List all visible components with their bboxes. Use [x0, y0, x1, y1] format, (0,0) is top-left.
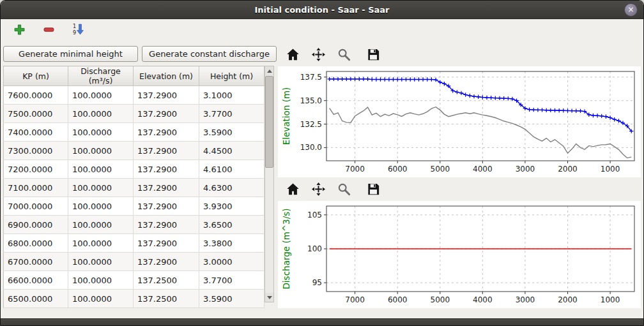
discharge-chart[interactable]: 700060005000400030002000100010510095Disc… — [278, 201, 641, 308]
table-cell[interactable]: 3.3800 — [199, 234, 264, 253]
table-cell[interactable]: 100.0000 — [68, 234, 134, 253]
remove-row-button[interactable] — [39, 21, 58, 40]
generate-constant-discharge-button[interactable]: Generate constant discharge — [142, 46, 277, 62]
close-icon: × — [627, 5, 634, 14]
table-row[interactable]: 6500.0000100.0000137.25003.5900 — [4, 290, 264, 308]
table-cell[interactable]: 7500.0000 — [4, 105, 68, 123]
svg-text:100: 100 — [307, 244, 322, 253]
table-row[interactable]: 7600.0000100.0000137.29003.1000 — [4, 86, 264, 105]
title-bar[interactable]: Initial condition - Saar - Saar × — [1, 1, 643, 19]
table-cell[interactable]: 3.1000 — [199, 86, 264, 105]
table-row[interactable]: 6900.0000100.0000137.29003.6500 — [4, 216, 264, 234]
table-cell[interactable]: 7000.0000 — [4, 197, 68, 216]
table-cell[interactable]: 7400.0000 — [4, 123, 68, 142]
table-cell[interactable]: 3.6500 — [199, 216, 264, 234]
table-cell[interactable]: 100.0000 — [68, 142, 134, 160]
table-cell[interactable]: 3.5900 — [199, 290, 264, 308]
table-cell[interactable]: 137.2900 — [134, 216, 199, 234]
table-cell[interactable]: 137.2900 — [134, 179, 199, 197]
zoom-button[interactable] — [335, 182, 352, 198]
close-button[interactable]: × — [624, 3, 638, 17]
table-row[interactable]: 7500.0000100.0000137.29003.7700 — [4, 105, 264, 123]
table-cell[interactable]: 6500.0000 — [4, 290, 68, 308]
table-row[interactable]: 6700.0000100.0000137.29003.0000 — [4, 253, 264, 271]
scrollbar-thumb[interactable] — [265, 76, 273, 168]
table-row[interactable]: 7300.0000100.0000137.29004.4500 — [4, 142, 264, 160]
table-cell[interactable]: 3.5900 — [199, 123, 264, 142]
table-cell[interactable]: 100.0000 — [68, 216, 134, 234]
home-button[interactable] — [284, 47, 301, 64]
svg-text:135.0: 135.0 — [300, 96, 322, 105]
table-cell[interactable]: 4.6100 — [199, 160, 264, 179]
table-cell[interactable]: 100.0000 — [68, 123, 134, 142]
table-cell[interactable]: 137.2900 — [134, 253, 199, 271]
window: Initial condition - Saar - Saar × 1 9 — [0, 0, 644, 326]
table-cell[interactable]: 6800.0000 — [4, 234, 68, 253]
table-cell[interactable]: 137.2900 — [134, 160, 199, 179]
table-row[interactable]: 7200.0000100.0000137.29004.6100 — [4, 160, 264, 179]
add-row-button[interactable] — [10, 21, 29, 40]
arrow-down-icon — [267, 296, 272, 299]
table-row[interactable]: 6600.0000100.0000137.25003.7700 — [4, 271, 264, 290]
column-header[interactable]: KP (m) — [4, 66, 68, 86]
scroll-up-button[interactable] — [265, 66, 273, 75]
save-button[interactable] — [365, 47, 381, 64]
table-row[interactable]: 7100.0000100.0000137.29004.6300 — [4, 179, 264, 197]
save-button[interactable] — [365, 182, 381, 198]
table-cell[interactable]: 100.0000 — [68, 271, 134, 290]
table-cell[interactable]: 7600.0000 — [4, 86, 68, 105]
table-cell[interactable]: 100.0000 — [68, 253, 134, 271]
table-cell[interactable]: 7300.0000 — [4, 142, 68, 160]
table-cell[interactable]: 137.2900 — [134, 86, 199, 105]
svg-text:7000: 7000 — [345, 165, 365, 174]
table-cell[interactable]: 7200.0000 — [4, 160, 68, 179]
table-cell[interactable]: 6600.0000 — [4, 271, 68, 290]
table-cell[interactable]: 137.2900 — [134, 197, 199, 216]
table-row[interactable]: 7000.0000100.0000137.29003.9300 — [4, 197, 264, 216]
column-header[interactable]: Discharge (m³/s) — [68, 66, 134, 86]
table-cell[interactable]: 3.7700 — [199, 105, 264, 123]
column-header[interactable]: Elevation (m) — [134, 66, 199, 86]
svg-text:132.5: 132.5 — [300, 120, 322, 129]
svg-text:1: 1 — [73, 24, 76, 29]
home-button[interactable] — [284, 182, 301, 198]
table-cell[interactable]: 100.0000 — [68, 105, 134, 123]
table-cell[interactable]: 6700.0000 — [4, 253, 68, 271]
column-header[interactable]: Height (m) — [199, 66, 264, 86]
table-scrollbar[interactable] — [264, 66, 274, 302]
generate-minimal-height-button[interactable]: Generate minimal height — [3, 46, 138, 62]
svg-text:6000: 6000 — [388, 165, 408, 174]
pan-button[interactable] — [310, 47, 326, 64]
svg-text:9: 9 — [73, 30, 76, 36]
initial-condition-table-wrap: KP (m)Discharge (m³/s)Elevation (m)Heigh… — [3, 66, 277, 308]
table-cell[interactable]: 137.2900 — [134, 234, 199, 253]
table-cell[interactable]: 137.2900 — [134, 142, 199, 160]
table-cell[interactable]: 137.2500 — [134, 290, 199, 308]
table-cell[interactable]: 7100.0000 — [4, 179, 68, 197]
table-row[interactable]: 6800.0000100.0000137.29003.3800 — [4, 234, 264, 253]
table-cell[interactable]: 137.2500 — [134, 271, 199, 290]
table-cell[interactable]: 100.0000 — [68, 160, 134, 179]
table-cell[interactable]: 3.0000 — [199, 253, 264, 271]
table-cell[interactable]: 4.6300 — [199, 179, 264, 197]
pan-button[interactable] — [310, 182, 326, 198]
generate-buttons-row: Generate minimal height Generate constan… — [3, 46, 277, 62]
zoom-button[interactable] — [335, 47, 352, 64]
table-cell[interactable]: 137.2900 — [134, 105, 199, 123]
window-title: Initial condition - Saar - Saar — [254, 5, 389, 15]
home-icon — [286, 182, 300, 199]
table-body: 7600.0000100.0000137.29003.10007500.0000… — [4, 86, 264, 308]
table-cell[interactable]: 6900.0000 — [4, 216, 68, 234]
table-cell[interactable]: 100.0000 — [68, 290, 134, 308]
table-cell[interactable]: 3.7700 — [199, 271, 264, 290]
table-cell[interactable]: 100.0000 — [68, 179, 134, 197]
table-cell[interactable]: 100.0000 — [68, 197, 134, 216]
table-cell[interactable]: 137.2900 — [134, 123, 199, 142]
table-cell[interactable]: 3.9300 — [199, 197, 264, 216]
scroll-down-button[interactable] — [265, 293, 273, 302]
table-cell[interactable]: 100.0000 — [68, 86, 134, 105]
sort-button[interactable]: 1 9 — [68, 21, 88, 40]
table-row[interactable]: 7400.0000100.0000137.29003.5900 — [4, 123, 264, 142]
elevation-chart[interactable]: 7000600050004000300020001000137.5135.013… — [278, 66, 641, 177]
table-cell[interactable]: 4.4500 — [199, 142, 264, 160]
